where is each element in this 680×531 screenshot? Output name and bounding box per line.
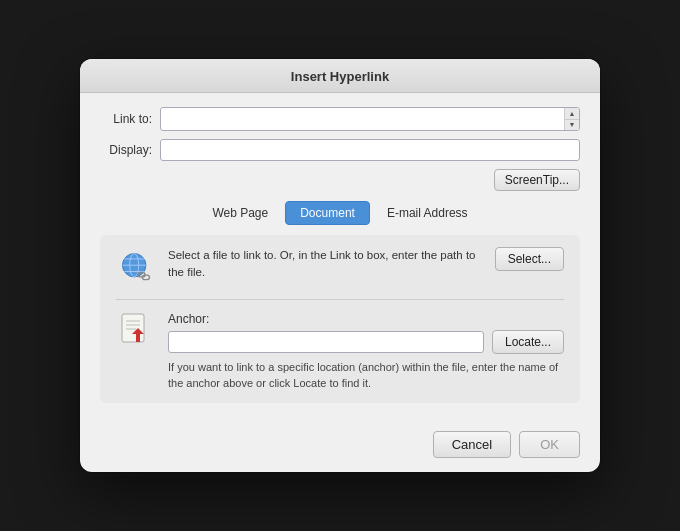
dialog-title: Insert Hyperlink [80, 59, 600, 93]
anchor-section: Anchor: Locate... If you want to link to… [116, 312, 564, 391]
file-section-text: Select a file to link to. Or, in the Lin… [168, 247, 483, 282]
locate-button[interactable]: Locate... [492, 330, 564, 354]
anchor-content: Anchor: Locate... If you want to link to… [168, 312, 564, 391]
link-to-input-wrapper: ▲ ▼ [160, 107, 580, 131]
tab-email-address[interactable]: E-mail Address [372, 201, 483, 225]
insert-hyperlink-dialog: Insert Hyperlink Link to: ▲ ▼ Display: S… [80, 59, 600, 472]
cancel-button[interactable]: Cancel [433, 431, 511, 458]
tab-web-page[interactable]: Web Page [197, 201, 283, 225]
file-section: Select a file to link to. Or, in the Lin… [116, 247, 564, 300]
spinner-up[interactable]: ▲ [565, 108, 579, 120]
display-input[interactable] [160, 139, 580, 161]
svg-rect-7 [122, 314, 144, 342]
spinner-down[interactable]: ▼ [565, 120, 579, 131]
dialog-body: Link to: ▲ ▼ Display: ScreenTip... Web P… [80, 93, 600, 419]
screentip-row: ScreenTip... [100, 169, 580, 191]
display-label: Display: [100, 143, 152, 157]
link-to-row: Link to: ▲ ▼ [100, 107, 580, 131]
anchor-label: Anchor: [168, 312, 564, 326]
anchor-icon [116, 312, 156, 352]
link-to-input[interactable] [161, 108, 564, 130]
link-to-label: Link to: [100, 112, 152, 126]
tab-document[interactable]: Document [285, 201, 370, 225]
anchor-description: If you want to link to a specific locati… [168, 360, 564, 391]
globe-icon [116, 247, 156, 287]
anchor-input-row: Locate... [168, 330, 564, 354]
ok-button[interactable]: OK [519, 431, 580, 458]
screentip-button[interactable]: ScreenTip... [494, 169, 580, 191]
tabs-row: Web Page Document E-mail Address [100, 201, 580, 225]
anchor-input[interactable] [168, 331, 484, 353]
file-section-right: Select... [495, 247, 564, 271]
select-button[interactable]: Select... [495, 247, 564, 271]
file-section-content: Select a file to link to. Or, in the Lin… [168, 247, 483, 282]
content-area: Select a file to link to. Or, in the Lin… [100, 235, 580, 403]
display-row: Display: [100, 139, 580, 161]
dialog-footer: Cancel OK [80, 419, 600, 472]
link-to-spinner: ▲ ▼ [564, 108, 579, 130]
